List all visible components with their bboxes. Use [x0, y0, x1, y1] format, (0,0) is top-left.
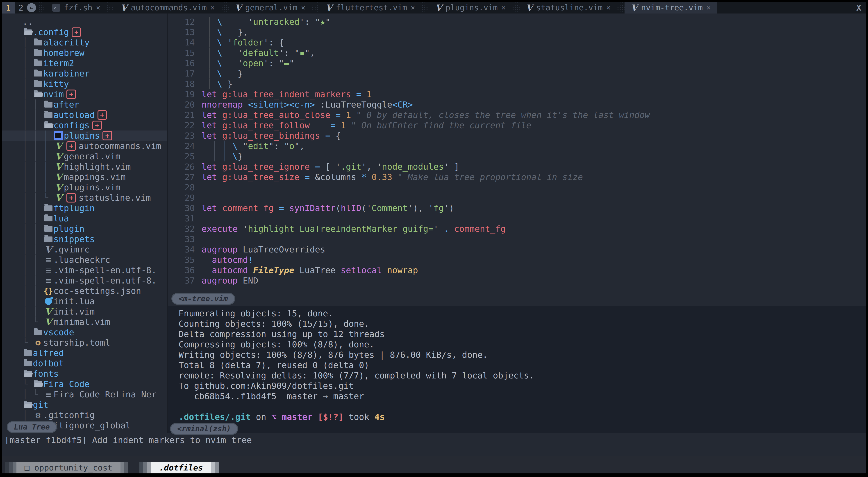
tree-row-init.lua[interactable]: │ │ init.lua [2, 296, 167, 306]
tree-row-general.vim[interactable]: │ │ │ Vgeneral.vim [2, 151, 167, 162]
tabpage-number[interactable]: 2 [15, 2, 27, 13]
git-new-badge: + [66, 141, 76, 151]
tab-fluttertest.vim[interactable]: Vfluttertest.vim× [319, 2, 422, 13]
code-segment: ' [300, 17, 305, 27]
tree-row-.config[interactable]: .config+ [2, 27, 167, 37]
code-segment: ' [336, 162, 341, 172]
tab-close-icon[interactable]: × [410, 3, 415, 12]
tree-row-vscode[interactable]: │ vscode [2, 327, 167, 338]
tree-row-Fira Code Retina Ner[interactable]: │ └ ≡Fira Code Retina Ner [2, 389, 167, 400]
tree-row-ftplugin[interactable]: │ │ ftplugin [2, 203, 167, 213]
tree-row-karabiner[interactable]: │ karabiner [2, 68, 167, 79]
terminal-pane[interactable]: Enumerating objects: 15, done.Counting o… [168, 306, 866, 433]
tmux-window-active[interactable]: .dotfiles [140, 462, 219, 473]
code-segment: │ [202, 79, 217, 89]
tree-row-.gitconfig[interactable]: │ ⚙.gitconfig [2, 410, 167, 420]
back-arrow-icon[interactable]: ← [27, 3, 36, 12]
tree-item-name: Fira Code Retina Ner [54, 389, 157, 400]
code-segment: } [238, 69, 243, 78]
tree-row-alfred[interactable]: alfred [2, 348, 167, 358]
line-content: let g:lua_tree_auto_close = 1 " 0 by def… [202, 110, 650, 120]
code-segment [320, 131, 325, 141]
code-segment: 4s [374, 412, 385, 422]
tree-row-Fira Code[interactable]: └ Fira Code [2, 379, 167, 389]
code-segment: synIDattr [289, 203, 336, 213]
tree-row-autocommands.vim[interactable]: │ │ │ V+autocommands.vim [2, 141, 167, 151]
tree-row-plugins.vim[interactable]: │ │ │ Vplugins.vim [2, 182, 167, 193]
tree-row-dotbot[interactable]: dotbot [2, 358, 167, 369]
tree-row-highlight.vim[interactable]: │ │ │ Vhighlight.vim [2, 162, 167, 172]
tree-row-homebrew[interactable]: │ homebrew [2, 48, 167, 58]
tree-row-nvim[interactable]: │ nvim+ [2, 89, 167, 99]
line-number: 16 [168, 58, 202, 68]
editor-line: 20nnoremap <silent><c-n> :LuaTreeToggle<… [168, 99, 866, 110]
code-segment: , [300, 141, 305, 151]
tree-row-.vim-spell-en.utf-8.[interactable]: │ │ ≡.vim-spell-en.utf-8. [2, 275, 167, 286]
tree-row-.gvimrc[interactable]: │ │ V.gvimrc [2, 244, 167, 255]
tree-row-lua[interactable]: │ │ lua [2, 213, 167, 224]
line-number: 35 [168, 255, 202, 265]
tmux-window[interactable]: □ opportunity_cost [5, 462, 128, 473]
code-segment: nowrap [387, 265, 418, 275]
tab-close-icon[interactable]: × [606, 3, 611, 12]
code-segment: <CR> [392, 100, 413, 110]
vim-file-icon: V [53, 141, 64, 151]
tree-row-starship.toml[interactable]: └ ⚙starship.toml [2, 338, 167, 348]
tree-row-snippets[interactable]: │ │ snippets [2, 234, 167, 244]
folder-icon [43, 216, 54, 222]
tab-fzf.sh[interactable]: >_fzf.sh× [46, 2, 107, 13]
tree-row-.vim-spell-en.utf-8.[interactable]: │ │ ≡.vim-spell-en.utf-8. [2, 265, 167, 275]
tree-row-mappings.vim[interactable]: │ │ │ Vmappings.vim [2, 172, 167, 182]
vim-file-icon: V [53, 172, 64, 182]
fade-stripe [9, 462, 12, 473]
editor-line: 23let g:lua_tree_bindings = { [168, 131, 866, 141]
tab-statusline.vim[interactable]: Vstatusline.vim× [520, 2, 617, 13]
tree-row-kitty[interactable]: │ kitty [2, 79, 167, 89]
tree-indent-guides: │ │ │ [23, 131, 53, 141]
tree-row-iterm2[interactable]: │ iterm2 [2, 58, 167, 68]
tree-row-plugins[interactable]: │ │ │ plugins+ [2, 131, 167, 141]
tab-autocommands.vim[interactable]: Vautocommands.vim× [114, 2, 221, 13]
editor-pane[interactable]: 12 │ \ 'untracked': "★"13 │ \ },14 │ \ '… [168, 13, 866, 306]
tree-row-..[interactable]: .. [2, 16, 167, 27]
tree-indent-guides: │ └ [23, 389, 43, 400]
tree-row-after[interactable]: │ │ after [2, 99, 167, 110]
editor-line: 30let comment_fg = synIDattr(hlID('Comme… [168, 203, 866, 213]
code-segment: g:lua_tree_follow [222, 121, 310, 130]
tree-row-coc-settings.json[interactable]: │ │ {}coc-settings.json [2, 286, 167, 296]
fade-stripe [140, 462, 143, 473]
tree-row-minimal.vim[interactable]: │ └ Vminimal.vim [2, 317, 167, 327]
code-segment: │ [202, 17, 217, 27]
tree-row-alacritty[interactable]: │ alacritty [2, 37, 167, 48]
line-number: 33 [168, 234, 202, 244]
tab-close-icon[interactable]: × [501, 3, 506, 12]
terminal-statusline-pill: <rminal(zsh) [170, 423, 238, 435]
code-segment: \ [217, 48, 222, 58]
tab-close-icon[interactable]: × [706, 3, 711, 12]
line-content: nnoremap <silent><c-n> :LuaTreeToggle<CR… [202, 99, 413, 110]
tree-row-git[interactable]: git [2, 400, 167, 410]
tab-general.vim[interactable]: Vgeneral.vim× [228, 2, 312, 13]
tree-row-statusline.vim[interactable]: │ │ └ V+statusline.vim [2, 193, 167, 203]
tab-close-icon[interactable]: × [96, 3, 100, 12]
code-segment: " [289, 58, 294, 68]
tmux-window-label: □ opportunity_cost [17, 462, 121, 473]
tree-indent-guides: │ │ [23, 234, 43, 244]
tree-row-.luacheckrc[interactable]: │ │ ≡.luacheckrc [2, 255, 167, 265]
tree-row-configs[interactable]: │ │ configs+ [2, 120, 167, 131]
tab-plugins.vim[interactable]: Vplugins.vim× [429, 2, 512, 13]
code-segment [202, 255, 212, 265]
tree-row-fonts[interactable]: fonts [2, 369, 167, 379]
tabpage-number-active[interactable]: 1 [2, 2, 15, 13]
tree-row-plugin[interactable]: │ │ plugin [2, 224, 167, 234]
code-segment: " [243, 141, 248, 151]
terminal-line: remote: Resolving deltas: 100% (7/7), co… [179, 370, 866, 381]
tree-row-init.vim[interactable]: │ │ Vinit.vim [2, 306, 167, 317]
tree-row-autoload[interactable]: │ │ autoload+ [2, 110, 167, 120]
tab-close-icon[interactable]: × [210, 3, 215, 12]
tab-close-icon[interactable]: × [301, 3, 305, 12]
close-all-icon[interactable]: X [851, 2, 866, 13]
tab-nvim-tree.vim[interactable]: Vnvim-tree.vim× [624, 2, 717, 13]
code-segment: let [202, 203, 217, 213]
line-number: 30 [168, 203, 202, 213]
